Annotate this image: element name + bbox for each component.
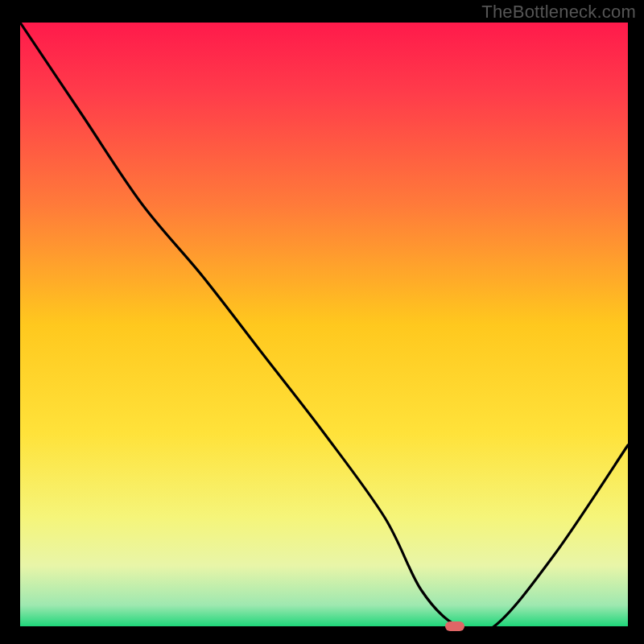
optimum-marker <box>445 621 464 631</box>
watermark-text: TheBottleneck.com <box>481 2 636 23</box>
plot-area <box>20 23 628 626</box>
chart-svg <box>20 23 628 626</box>
gradient-background <box>20 23 628 626</box>
chart-frame: TheBottleneck.com <box>0 0 644 644</box>
